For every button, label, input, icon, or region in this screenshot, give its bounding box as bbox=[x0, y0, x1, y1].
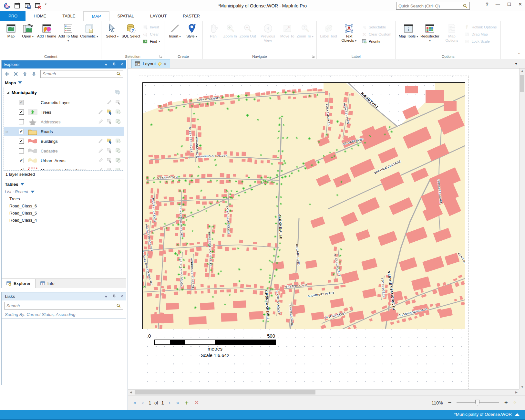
close-panel-icon[interactable]: ✕ bbox=[120, 62, 123, 67]
selectable-icon[interactable] bbox=[115, 99, 121, 106]
layer-visibility-checkbox[interactable]: ✓ bbox=[19, 129, 24, 134]
expand-icon[interactable]: ▷ bbox=[6, 130, 10, 133]
edit-style-icon[interactable] bbox=[98, 119, 104, 125]
ribbon-tab-raster[interactable]: RASTER bbox=[175, 11, 208, 21]
zoom-range-icon[interactable] bbox=[115, 138, 121, 145]
table-item-road_class_5[interactable]: Road_Class_5 bbox=[2, 210, 126, 217]
ribbon-button-clear[interactable]: Clear bbox=[141, 31, 161, 38]
ribbon-button-zoom-out[interactable]: Zoom Out bbox=[239, 22, 257, 39]
collapse-tables-icon[interactable] bbox=[20, 183, 24, 185]
layer-row-municipality_boundaries[interactable]: ✓ Municipality_Boundaries bbox=[4, 165, 124, 171]
edit-style-icon[interactable] bbox=[98, 138, 104, 145]
move-up-icon[interactable] bbox=[22, 71, 27, 77]
ribbon-button-selectable[interactable]: Selectable bbox=[360, 24, 393, 31]
zoom-range-icon[interactable] bbox=[115, 157, 121, 164]
explorer-panel-header[interactable]: Explorer ▼ ✕ bbox=[2, 60, 126, 68]
ribbon-button-priority[interactable]: LPriority bbox=[360, 38, 393, 45]
selectable-icon[interactable] bbox=[107, 109, 112, 116]
close-window-icon[interactable] bbox=[35, 2, 42, 9]
tab-overflow-icon[interactable]: ▼ bbox=[515, 62, 518, 66]
ribbon-button-clear-custom[interactable]: Clear Custom bbox=[360, 31, 393, 38]
collapse-maps-icon[interactable] bbox=[18, 81, 22, 84]
hscroll-thumb[interactable] bbox=[135, 390, 315, 394]
selectable-icon[interactable] bbox=[107, 148, 112, 154]
ribbon-button-hotlink-options[interactable]: Hotlink Options bbox=[463, 24, 498, 31]
horizontal-scrollbar[interactable]: ◀ ▶ bbox=[128, 389, 519, 395]
zoom-range-icon[interactable] bbox=[115, 167, 121, 171]
layer-row-trees[interactable]: ✓ Trees bbox=[4, 107, 124, 117]
delete-page-icon[interactable]: ✕ bbox=[194, 399, 199, 406]
maps-section-header[interactable]: Maps bbox=[2, 79, 126, 86]
table-item-road_class_4[interactable]: Road_Class_4 bbox=[2, 217, 126, 224]
layer-row-roads[interactable]: ▷ ✓ Roads bbox=[4, 127, 124, 136]
previous-page-icon[interactable]: ‹ bbox=[142, 400, 144, 406]
ribbon-button-open[interactable]: Open ▾ bbox=[20, 22, 36, 40]
ribbon-button-pan[interactable]: Pan bbox=[205, 22, 221, 39]
ribbon-button-map[interactable]: Map bbox=[3, 22, 19, 39]
add-icon[interactable] bbox=[4, 71, 9, 77]
zoom-slider-thumb[interactable] bbox=[475, 400, 479, 405]
tasks-search-input[interactable]: Search bbox=[4, 302, 123, 310]
zoom-range-icon[interactable] bbox=[115, 119, 121, 125]
fit-page-icon[interactable]: ⁘ bbox=[513, 400, 516, 406]
ribbon-tab-table[interactable]: TABLE bbox=[54, 11, 83, 21]
layer-control-icon[interactable] bbox=[115, 89, 120, 95]
ribbon-button-map-options[interactable]: Map Options bbox=[441, 22, 462, 44]
layer-visibility-checkbox[interactable]: ✓ bbox=[19, 110, 24, 115]
edit-style-icon[interactable] bbox=[98, 109, 104, 116]
table-item-trees[interactable]: Trees bbox=[2, 195, 126, 203]
ribbon-button-zoom-to[interactable]: ?Zoom To ▾ bbox=[296, 22, 314, 40]
ribbon-button-sql-select[interactable]: ?SQL Select bbox=[121, 22, 141, 39]
layer-row-urban_areas[interactable]: ✓ Urban_Areas bbox=[4, 156, 124, 165]
ribbon-tab-spatial[interactable]: SPATIAL bbox=[109, 11, 142, 21]
scroll-left-icon[interactable]: ◀ bbox=[128, 391, 134, 394]
tables-section-header[interactable]: Tables bbox=[2, 181, 126, 188]
qat-customize-icon[interactable]: ▾— bbox=[45, 2, 48, 9]
ribbon-tab-home[interactable]: HOME bbox=[26, 11, 54, 21]
edit-style-icon[interactable] bbox=[98, 157, 104, 164]
last-page-icon[interactable]: » bbox=[176, 400, 179, 406]
ribbon-button-map-tools[interactable]: iMap Tools ▾ bbox=[398, 22, 418, 40]
ribbon-button-zoom-in[interactable]: Zoom In bbox=[222, 22, 238, 39]
status-expand-icon[interactable] bbox=[515, 413, 520, 416]
pin-icon[interactable] bbox=[112, 62, 116, 67]
selectable-icon[interactable] bbox=[107, 138, 112, 145]
ribbon-button-text-objects[interactable]: AText Objects ▾ bbox=[338, 22, 360, 44]
ribbon-button-add-to-map[interactable]: Add To Map ▾ bbox=[57, 22, 79, 44]
edit-style-icon[interactable] bbox=[98, 167, 104, 171]
zoom-out-button[interactable]: − bbox=[448, 399, 451, 406]
search-icon[interactable] bbox=[463, 4, 468, 8]
minimize-button[interactable]: — bbox=[496, 2, 500, 7]
maximize-button[interactable]: ☐ bbox=[507, 2, 511, 7]
scroll-up-icon[interactable]: ▲ bbox=[520, 69, 525, 72]
selectable-icon[interactable] bbox=[107, 119, 112, 125]
pin-icon[interactable] bbox=[112, 294, 116, 299]
ribbon-tab-map[interactable]: MAP bbox=[83, 11, 109, 21]
ribbon-button-previous-view[interactable]: Previous View bbox=[257, 22, 279, 44]
zoom-slider[interactable] bbox=[457, 402, 499, 403]
help-button[interactable]: ? bbox=[486, 2, 489, 7]
add-page-icon[interactable]: + bbox=[185, 399, 189, 406]
layer-row-addresses[interactable]: Addresses bbox=[4, 117, 124, 127]
zoom-in-button[interactable]: + bbox=[504, 399, 508, 406]
edit-style-icon[interactable] bbox=[98, 148, 104, 154]
zoom-range-icon[interactable] bbox=[115, 109, 121, 116]
vscroll-thumb[interactable] bbox=[520, 75, 524, 92]
edit-style-icon[interactable] bbox=[107, 99, 112, 106]
layer-visibility-checkbox[interactable]: ✓ bbox=[19, 139, 24, 144]
dialog-launcher-icon[interactable] bbox=[159, 55, 163, 58]
ribbon-button-label-tool[interactable]: Label Tool bbox=[319, 22, 337, 39]
dialog-launcher-icon[interactable] bbox=[312, 55, 315, 58]
map-group-row[interactable]: ◢ Municipality bbox=[4, 87, 124, 98]
layer-visibility-checkbox[interactable]: ✓ bbox=[19, 100, 24, 105]
ribbon-button-select[interactable]: Select ▾ bbox=[104, 22, 120, 40]
remove-icon[interactable] bbox=[13, 71, 18, 77]
selectable-icon[interactable] bbox=[107, 167, 112, 171]
explorer-search-input[interactable]: Search bbox=[40, 70, 123, 78]
ribbon-button-drag-map[interactable]: Drag Map bbox=[463, 31, 498, 38]
layout-document-tab[interactable]: Layout ✕ bbox=[131, 59, 170, 68]
next-page-icon[interactable]: › bbox=[169, 400, 170, 406]
layer-row-buildings[interactable]: ✓ Buildings bbox=[4, 136, 124, 146]
tasks-sorting-row[interactable]: Sorting By: Current Status, Ascending bbox=[2, 311, 126, 319]
ribbon-tab-pro[interactable]: PRO bbox=[0, 11, 26, 21]
